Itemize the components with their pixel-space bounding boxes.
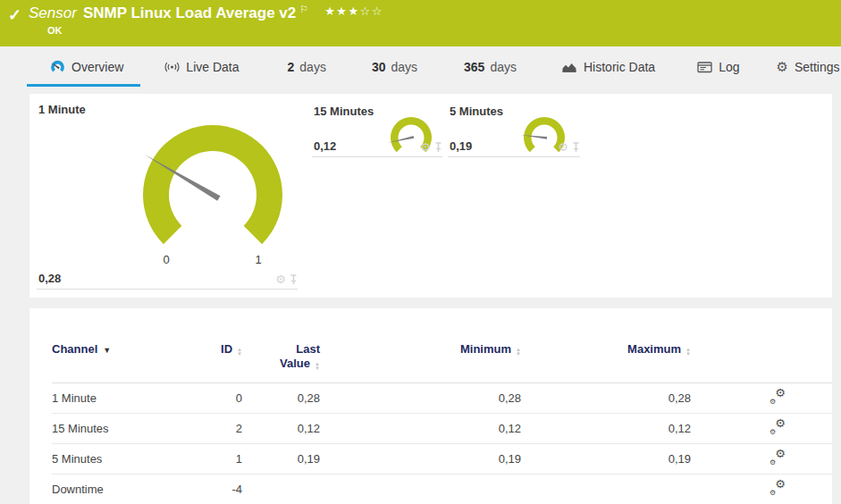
sensor-type-label: Sensor <box>29 4 77 22</box>
cell-id: 1 <box>190 452 242 466</box>
tab-bar: Overview Live Data 2 days 30 days 365 da… <box>0 46 841 87</box>
col-header-maximum[interactable]: Maximum▲▼ <box>521 342 691 357</box>
tab-365-days-number: 365 <box>464 60 484 74</box>
tab-30-days-number: 30 <box>372 60 386 74</box>
channel-settings-icon[interactable]: ⚙⚙ <box>770 450 786 465</box>
tab-overview[interactable]: Overview <box>27 46 140 87</box>
cell-minimum: 0,19 <box>320 452 521 466</box>
sort-arrows-icon: ▲▼ <box>685 348 691 357</box>
cell-maximum: 0,19 <box>521 452 691 466</box>
table-row[interactable]: 1 Minute00,280,280,28⚙⚙ <box>52 383 832 414</box>
cell-channel: Downtime <box>52 483 190 496</box>
sort-caret-icon: ▼ <box>103 346 111 355</box>
pin-icon[interactable] <box>572 142 580 153</box>
cell-channel: 5 Minutes <box>52 452 190 466</box>
flag-icon[interactable]: ⚐ <box>299 4 308 15</box>
tab-30-days-unit: days <box>391 60 417 74</box>
channel-table-header: Channel▼ ID▲▼ Last Value▲▼ Minimum▲▼ Max… <box>52 342 832 383</box>
col-header-id[interactable]: ID▲▼ <box>190 342 242 357</box>
gauge-value: 0,19 <box>450 139 472 153</box>
table-row[interactable]: Downtime-4⚙⚙ <box>52 475 832 504</box>
tab-2-days-number: 2 <box>288 60 295 74</box>
cell-actions: ⚙⚙ <box>691 420 832 437</box>
pin-icon[interactable] <box>290 274 298 285</box>
gauge-value: 0,28 <box>38 272 61 285</box>
tab-30-days[interactable]: 30 days <box>372 46 417 87</box>
tab-log-label: Log <box>719 60 739 74</box>
tab-2-days-unit: days <box>299 60 326 74</box>
tab-365-days[interactable]: 365 days <box>464 46 517 87</box>
live-data-icon <box>164 61 180 73</box>
small-gear-icon: ⚙ <box>770 459 776 466</box>
big-gear-icon: ⚙ <box>775 448 786 459</box>
status-badge: OK <box>47 25 63 36</box>
cell-last_value: 0,19 <box>242 452 320 466</box>
col-header-channel[interactable]: Channel▼ <box>52 342 190 357</box>
historic-chart-icon <box>561 60 577 73</box>
gauge-value: 0,12 <box>314 139 336 153</box>
sensor-name: SNMP Linux Load Average v2 <box>83 4 296 22</box>
log-icon <box>697 61 712 73</box>
channel-table-panel: Channel▼ ID▲▼ Last Value▲▼ Minimum▲▼ Max… <box>29 308 832 504</box>
cell-actions: ⚙⚙ <box>691 390 832 407</box>
gauge-settings-icon[interactable]: ⚙ <box>275 273 286 285</box>
big-gear-icon: ⚙ <box>775 478 786 490</box>
cell-maximum: 0,28 <box>521 391 691 405</box>
gauge-title: 5 Minutes <box>450 105 503 118</box>
tab-settings[interactable]: ⚙ Settings <box>776 46 839 87</box>
cell-id: -4 <box>190 483 242 496</box>
cell-channel: 1 Minute <box>52 391 190 405</box>
gauge-toolbar: ⚙ <box>558 141 580 153</box>
tab-historic-data-label: Historic Data <box>584 60 655 74</box>
big-gear-icon: ⚙ <box>775 417 786 429</box>
table-row[interactable]: 5 Minutes10,190,190,19⚙⚙ <box>52 444 832 475</box>
big-gear-icon: ⚙ <box>775 387 786 399</box>
gauge-chart-1-minute: 01 <box>128 116 298 270</box>
gauge-toolbar: ⚙ <box>420 141 442 153</box>
channel-settings-icon[interactable]: ⚙⚙ <box>770 420 786 434</box>
tab-365-days-unit: days <box>490 60 517 74</box>
channel-settings-icon[interactable]: ⚙⚙ <box>770 481 786 495</box>
col-header-minimum[interactable]: Minimum▲▼ <box>320 342 521 357</box>
pin-icon[interactable] <box>434 142 442 153</box>
cell-maximum: 0,12 <box>521 422 691 435</box>
gauge-icon <box>50 60 65 74</box>
cell-minimum: 0,28 <box>320 391 521 405</box>
tab-historic-data[interactable]: Historic Data <box>561 46 655 87</box>
tab-log[interactable]: Log <box>697 46 739 87</box>
tab-settings-label: Settings <box>795 60 840 74</box>
tab-live-data-label: Live Data <box>186 60 239 74</box>
cell-actions: ⚙⚙ <box>691 481 832 498</box>
gauge-title: 1 Minute <box>38 103 86 116</box>
status-check-icon: ✓ <box>8 5 21 25</box>
sensor-title-line: Sensor SNMP Linux Load Average v2 ⚐ ★★★☆… <box>29 4 383 22</box>
cell-last_value: 0,28 <box>242 391 320 405</box>
gauge-widget-15-minutes: 15 Minutes 0,12 ⚙ <box>312 101 442 157</box>
gauge-widget-5-minutes: 5 Minutes 0,19 ⚙ <box>448 101 580 157</box>
small-gear-icon: ⚙ <box>770 399 776 406</box>
svg-text:1: 1 <box>255 253 261 266</box>
cell-actions: ⚙⚙ <box>691 450 832 467</box>
gauge-settings-icon[interactable]: ⚙ <box>420 141 431 153</box>
svg-text:0: 0 <box>163 253 169 266</box>
channel-settings-icon[interactable]: ⚙⚙ <box>770 390 786 404</box>
table-row[interactable]: 15 Minutes20,120,120,12⚙⚙ <box>52 414 832 444</box>
cell-channel: 15 Minutes <box>52 422 190 435</box>
gauge-widget-1-minute: 1 Minute 01 0,28 ⚙ <box>37 99 298 290</box>
tab-2-days[interactable]: 2 days <box>288 46 326 87</box>
overview-gauges-panel: 1 Minute 01 0,28 ⚙ 15 Minutes 0,12 ⚙ 5 M… <box>29 94 832 298</box>
col-header-last-value[interactable]: Last Value▲▼ <box>242 342 320 371</box>
tab-live-data[interactable]: Live Data <box>164 46 239 87</box>
tab-overview-label: Overview <box>71 60 123 74</box>
small-gear-icon: ⚙ <box>770 490 776 497</box>
gear-icon: ⚙ <box>776 60 787 73</box>
cell-minimum: 0,12 <box>320 422 521 435</box>
gauge-settings-icon[interactable]: ⚙ <box>558 141 568 153</box>
gauge-title: 15 Minutes <box>314 105 374 118</box>
channel-table-body: 1 Minute00,280,280,28⚙⚙15 Minutes20,120,… <box>52 383 832 504</box>
cell-id: 2 <box>190 422 242 435</box>
priority-stars[interactable]: ★★★☆☆ <box>324 4 383 18</box>
small-gear-icon: ⚙ <box>770 429 776 436</box>
cell-id: 0 <box>190 391 242 405</box>
gauge-chart-5-minutes <box>519 116 569 161</box>
